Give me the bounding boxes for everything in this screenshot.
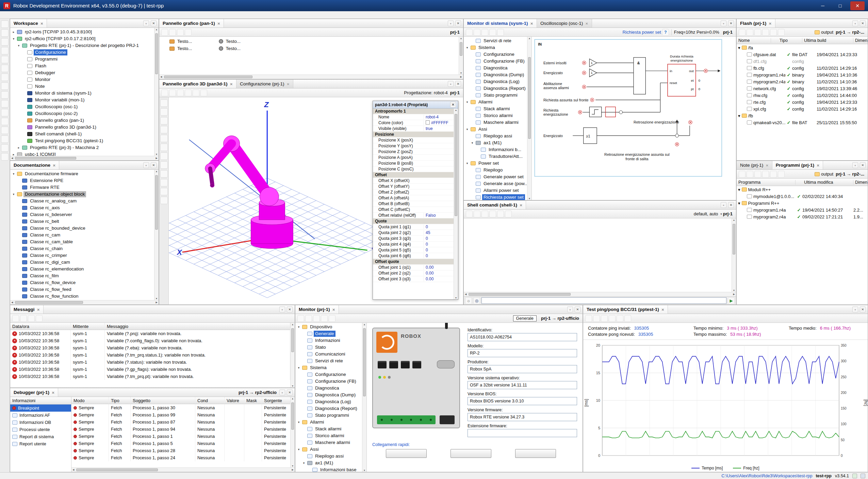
program-row[interactable]: myprogram2.r4a ✓ 09/02/2022 17:21:21 1.9…: [737, 213, 868, 220]
expander-icon[interactable]: ▾: [738, 45, 740, 50]
column-dim[interactable]: Dimensione: [853, 38, 868, 43]
output-label[interactable]: output: [821, 171, 833, 177]
expander-icon[interactable]: ▾: [738, 201, 740, 206]
shell-output[interactable]: [464, 218, 736, 292]
tree-item[interactable]: Stack allarmi: [464, 105, 527, 112]
float-icon[interactable]: [143, 20, 149, 26]
toolbar-icon[interactable]: [177, 89, 184, 96]
tree-item[interactable]: Diagnostica (Dump): [295, 392, 362, 398]
expander-icon[interactable]: ▾: [297, 366, 301, 369]
shell-input[interactable]: [481, 297, 726, 304]
toolbar-icon[interactable]: [161, 89, 168, 96]
toolbar-icon[interactable]: [200, 89, 207, 96]
strip-tool-icon[interactable]: [1, 135, 9, 143]
toolbar-icon[interactable]: [770, 29, 777, 36]
tree-item[interactable]: ▾Progetto RTE (prj-1) - Descrizione del …: [10, 42, 154, 49]
strip-tool-icon[interactable]: [1, 100, 9, 108]
tree-item[interactable]: ▾Power set: [464, 160, 527, 167]
float-icon[interactable]: [143, 162, 149, 168]
breakpoint-icon[interactable]: [73, 420, 77, 424]
scrollbar-horizontal[interactable]: [10, 300, 159, 304]
strip-tool-icon[interactable]: [1, 91, 9, 99]
toolbar-icon[interactable]: [169, 89, 176, 96]
property-row[interactable]: Posizione Z (posZ): [373, 149, 454, 155]
message-row[interactable]: 10/03/2022 10:36:58 sysm-1 Variabile (?.…: [10, 366, 290, 373]
toolbar-icon[interactable]: [466, 29, 473, 36]
toolbar-icon[interactable]: [481, 29, 488, 36]
quick-link-button[interactable]: [386, 449, 427, 458]
tree-item[interactable]: Maschere allarmi: [295, 439, 362, 446]
tree-item[interactable]: ▾Dispositivo: [295, 324, 362, 330]
tree-item[interactable]: Classe rc_analog_cam: [10, 198, 154, 204]
tree-item[interactable]: ▾Documentazione firmware: [10, 170, 154, 177]
tab-programmi[interactable]: Programmi (prj-1): [772, 161, 823, 169]
tab-close-icon[interactable]: [37, 307, 40, 312]
tab-close-icon[interactable]: [817, 163, 819, 168]
tree-item[interactable]: Informazioni b...: [464, 146, 527, 153]
tree-item[interactable]: Configurazione: [464, 51, 527, 58]
tree-item[interactable]: Classe rc_axis: [10, 204, 154, 211]
float-icon[interactable]: [852, 20, 858, 26]
info-item[interactable]: Report utente: [10, 440, 71, 447]
panel-text-item[interactable]: Testo... Testo...: [159, 37, 463, 44]
info-item[interactable]: Processi utente: [10, 426, 71, 433]
info-item[interactable]: Informazioni AF: [10, 412, 71, 419]
tab-close-icon[interactable]: [53, 163, 55, 168]
tree-item[interactable]: Pannello grafico (pan-1): [10, 117, 154, 124]
tree-item[interactable]: Diagnostica (Log): [464, 78, 527, 85]
scrollbar-vertical[interactable]: [154, 170, 159, 300]
toolbar-icon[interactable]: [12, 315, 19, 322]
tree-item[interactable]: Configurazione (FB): [295, 378, 362, 385]
strip-tool-icon[interactable]: [1, 47, 9, 54]
close-icon[interactable]: [287, 390, 293, 395]
info-item[interactable]: Report di sistema: [10, 433, 71, 440]
strip-tool-icon[interactable]: [1, 73, 9, 81]
scrollbar-vertical[interactable]: [454, 109, 458, 299]
property-value[interactable]: 0.00: [424, 277, 454, 281]
breakpoint-icon[interactable]: [73, 449, 77, 452]
field-value[interactable]: Robox BIOS versione 3.0.10: [468, 397, 577, 405]
tree-item[interactable]: Maschere allarmi: [464, 119, 527, 126]
float-icon[interactable]: [279, 390, 285, 395]
tab-pptest[interactable]: Test ping/pong BCC/31 (pptest-1): [583, 305, 668, 314]
toolbar-icon[interactable]: [313, 315, 320, 322]
message-row[interactable]: 10/03/2022 10:36:58 sysm-1 Variabile (?.…: [10, 351, 290, 359]
toolbar-icon[interactable]: [329, 315, 335, 322]
toolbar-icon[interactable]: [754, 171, 761, 178]
toolbar-icon[interactable]: [321, 315, 328, 322]
toolbar-icon[interactable]: [466, 211, 473, 217]
tab-close-icon[interactable]: [766, 163, 768, 168]
property-row[interactable]: Offset relativi (relOff) Falso: [373, 213, 454, 218]
scrollbar-vertical[interactable]: [290, 323, 295, 387]
toolbar-icon[interactable]: [497, 29, 504, 36]
shell-mode[interactable]: default, auto: [694, 211, 720, 216]
property-value[interactable]: 0: [424, 248, 454, 252]
toolbar-icon[interactable]: [20, 315, 27, 322]
info-item[interactable]: Breakpoint: [10, 404, 71, 412]
tab-programmi[interactable]: Note (prj-1): [737, 161, 772, 169]
field-value[interactable]: OSF a 32bit versione 14.11.11: [468, 381, 577, 389]
tab-close-icon[interactable]: [520, 202, 522, 208]
view-tool-icon[interactable]: [160, 135, 168, 142]
expander-icon[interactable]: ▾: [738, 187, 740, 192]
float-icon[interactable]: [448, 20, 454, 26]
toolbar-icon[interactable]: [624, 315, 631, 322]
column-mask[interactable]: Mask: [244, 397, 262, 404]
tab-pan3d[interactable]: Pannello grafico 3D (pan3d-1): [159, 80, 236, 88]
property-value[interactable]: 0: [424, 225, 454, 229]
property-row[interactable]: Quota joint 2 (qj2) 45: [373, 230, 454, 236]
toolbar-icon[interactable]: [505, 211, 512, 217]
view-tool-icon[interactable]: [160, 117, 168, 125]
field-value[interactable]: Robox RTE versione 34.27.3: [468, 413, 577, 421]
program-row[interactable]: myprogram1.r4a ✓ 19/04/2021 14:50:27 2.2…: [737, 207, 868, 213]
tree-item[interactable]: ▸usbc-1 [COM3]: [10, 151, 154, 156]
flash-file-row[interactable]: ▾/fb: [737, 112, 868, 119]
tree-item[interactable]: Comunicazioni: [295, 351, 362, 358]
float-icon[interactable]: [721, 20, 726, 26]
toolbar-icon[interactable]: [754, 29, 761, 36]
view-tool-icon[interactable]: [160, 126, 168, 133]
toolbar-icon[interactable]: [474, 211, 480, 217]
property-row[interactable]: Offset: [373, 172, 454, 178]
expander-icon[interactable]: ▾: [12, 172, 16, 176]
breakpoint-row[interactable]: Sempre Fetch Processo 1, passo 94 Nessun…: [71, 426, 290, 433]
